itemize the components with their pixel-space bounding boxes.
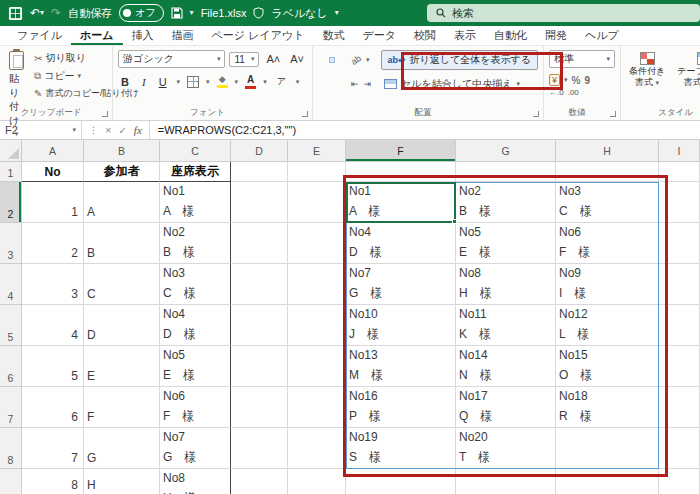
font-name-select[interactable]: 游ゴシック▾ <box>118 50 225 68</box>
cell-I7[interactable] <box>659 387 700 428</box>
cell-C1[interactable]: 座席表示 <box>160 162 231 182</box>
cell-A1[interactable]: No <box>22 162 84 182</box>
cell-G4[interactable]: No8H 様 <box>456 264 556 305</box>
cell-F9[interactable] <box>346 469 456 494</box>
row-header-3[interactable]: 3 <box>0 223 22 264</box>
comma-format-icon[interactable]: 9 <box>584 75 590 86</box>
cell-I6[interactable] <box>659 346 700 387</box>
column-header-F[interactable]: F <box>346 140 456 162</box>
row-header-2[interactable]: 2 <box>0 182 22 223</box>
cell-I5[interactable] <box>659 305 700 346</box>
ribbon-tab-idx4[interactable]: ページ レイアウト <box>203 26 314 45</box>
clipboard-dialog-launcher[interactable] <box>102 111 108 117</box>
cell-I4[interactable] <box>659 264 700 305</box>
cell-B7[interactable]: F <box>84 387 160 428</box>
ribbon-tab-idx9[interactable]: 自動化 <box>485 26 536 45</box>
cell-C3[interactable]: No2B 様 <box>160 223 231 264</box>
ribbon-tab-idx6[interactable]: データ <box>353 26 405 45</box>
row-header-1[interactable]: 1 <box>0 162 22 182</box>
column-header-G[interactable]: G <box>456 140 556 162</box>
column-header-I[interactable]: I <box>659 140 700 162</box>
ribbon-tab-idx2[interactable]: 挿入 <box>123 26 163 45</box>
search-input[interactable]: 検索 <box>427 4 700 22</box>
align-bottom-button[interactable] <box>340 57 346 63</box>
cell-G1[interactable] <box>456 162 556 182</box>
row-header-8[interactable]: 8 <box>0 428 22 469</box>
cell-I3[interactable] <box>659 223 700 264</box>
formula-text[interactable]: =WRAPROWS(C2:C21,3,"") <box>150 124 304 136</box>
cell-F4[interactable]: No7G 様 <box>346 264 456 305</box>
ribbon-tab-home[interactable]: ホーム <box>71 26 123 45</box>
cell-D1[interactable] <box>231 162 288 182</box>
cell-C9[interactable]: No8H 様 <box>160 469 231 494</box>
fill-color-button[interactable]: ◆ <box>217 75 228 88</box>
cell-A5[interactable]: 4 <box>22 305 84 346</box>
column-header-E[interactable]: E <box>288 140 346 162</box>
cell-H7[interactable]: No18R 様 <box>556 387 659 428</box>
cell-F7[interactable]: No16P 様 <box>346 387 456 428</box>
cell-D4[interactable] <box>231 264 288 305</box>
cell-D6[interactable] <box>231 346 288 387</box>
ribbon-tab-idx5[interactable]: 数式 <box>313 26 353 45</box>
cell-F2[interactable]: No1A 様 <box>346 182 456 223</box>
orientation-button[interactable]: ab <box>349 53 363 67</box>
sensitivity-label[interactable]: ラベルなし <box>271 6 327 21</box>
cell-E1[interactable] <box>288 162 346 182</box>
cell-G2[interactable]: No2B 様 <box>456 182 556 223</box>
cell-A9[interactable]: 8 <box>22 469 84 494</box>
cell-F6[interactable]: No13M 様 <box>346 346 456 387</box>
fill-handle[interactable] <box>452 219 457 224</box>
cell-A3[interactable]: 2 <box>22 223 84 264</box>
ribbon-tab-idx7[interactable]: 校閲 <box>405 26 445 45</box>
cell-D8[interactable] <box>231 428 288 469</box>
column-header-A[interactable]: A <box>22 140 84 162</box>
row-header-5[interactable]: 5 <box>0 305 22 346</box>
percent-format-icon[interactable]: % <box>572 75 581 86</box>
row-header-6[interactable]: 6 <box>0 346 22 387</box>
cell-F1[interactable] <box>346 162 456 182</box>
excel-app-icon[interactable] <box>8 6 23 21</box>
ribbon-tab-idx8[interactable]: 表示 <box>445 26 485 45</box>
align-left-button[interactable] <box>318 81 324 87</box>
file-name[interactable]: File1.xlsx <box>201 7 247 19</box>
cell-E7[interactable] <box>288 387 346 428</box>
row-header-9[interactable]: 9 <box>0 469 22 494</box>
cell-D5[interactable] <box>231 305 288 346</box>
borders-icon[interactable] <box>187 76 199 88</box>
cell-C5[interactable]: No4D 様 <box>160 305 231 346</box>
paste-button[interactable]: 貼り付け ▾ <box>5 50 28 139</box>
cell-G6[interactable]: No14N 様 <box>456 346 556 387</box>
ribbon-tab-file[interactable]: ファイル <box>8 26 71 45</box>
italic-button[interactable]: I <box>139 75 149 89</box>
cell-I1[interactable] <box>659 162 700 182</box>
cell-E3[interactable] <box>288 223 346 264</box>
ribbon-tab-idx11[interactable]: ヘルプ <box>576 26 628 45</box>
cell-E5[interactable] <box>288 305 346 346</box>
cell-H5[interactable]: No12L 様 <box>556 305 659 346</box>
cell-F8[interactable]: No19S 様 <box>346 428 456 469</box>
alignment-dialog-launcher[interactable] <box>533 111 539 117</box>
merge-center-button[interactable]: セルを結合して中央揃え ▾ <box>381 76 523 92</box>
cell-C7[interactable]: No6F 様 <box>160 387 231 428</box>
wrap-text-button[interactable]: ab↩ 折り返して全体を表示する <box>381 50 538 70</box>
column-header-D[interactable]: D <box>231 140 288 162</box>
cell-I8[interactable] <box>659 428 700 469</box>
cell-H2[interactable]: No3C 様 <box>556 182 659 223</box>
select-all-corner[interactable] <box>0 140 22 162</box>
align-center-button[interactable] <box>329 81 335 87</box>
cell-H1[interactable] <box>556 162 659 182</box>
insert-function-icon[interactable]: fx <box>134 124 142 136</box>
cell-G5[interactable]: No11K 様 <box>456 305 556 346</box>
cell-H8[interactable] <box>556 428 659 469</box>
cell-H6[interactable]: No15O 様 <box>556 346 659 387</box>
cell-E6[interactable] <box>288 346 346 387</box>
number-dialog-launcher[interactable] <box>610 111 616 117</box>
cell-A6[interactable]: 5 <box>22 346 84 387</box>
cell-C2[interactable]: No1A 様 <box>160 182 231 223</box>
cell-H3[interactable]: No6F 様 <box>556 223 659 264</box>
currency-format-icon[interactable]: ¥ <box>549 74 560 86</box>
ribbon-tab-idx10[interactable]: 開発 <box>536 26 576 45</box>
column-header-C[interactable]: C <box>160 140 231 162</box>
cell-F5[interactable]: No10J 様 <box>346 305 456 346</box>
font-dialog-launcher[interactable] <box>302 111 308 117</box>
